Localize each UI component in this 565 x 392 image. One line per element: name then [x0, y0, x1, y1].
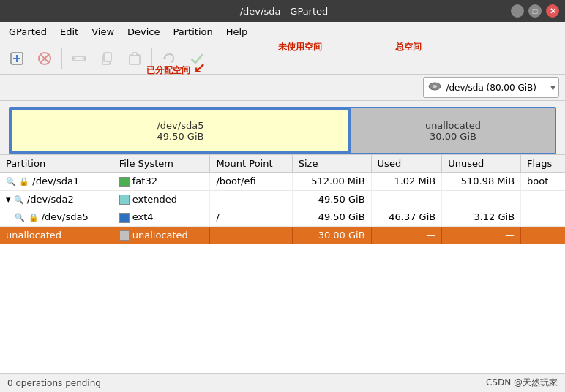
cell-partition: 🔍 🔒 /dev/sda5	[0, 208, 113, 227]
lock-icon: 🔒	[19, 177, 29, 186]
cell-filesystem: fat32	[113, 173, 210, 191]
cell-size: 512.00 MiB	[292, 173, 371, 191]
search-icon: 🔍	[14, 195, 24, 205]
fs-color-box	[119, 213, 130, 223]
new-partition-button[interactable]	[4, 46, 29, 71]
menu-view[interactable]: View	[86, 25, 120, 39]
resize-button[interactable]	[67, 46, 91, 71]
menu-help[interactable]: Help	[220, 25, 254, 39]
partition-name: unallocated	[6, 230, 61, 241]
toolbar	[0, 42, 565, 75]
title-bar: /dev/sda - GParted — □ ✕	[0, 0, 565, 22]
cell-size: 30.00 GiB	[292, 226, 371, 244]
cell-mountpoint: /	[210, 208, 292, 227]
cell-mountpoint	[210, 190, 292, 208]
fs-label: extended	[132, 194, 177, 205]
fs-label: unallocated	[132, 230, 188, 241]
menu-bar: GParted Edit View Device Partition Help	[0, 22, 565, 42]
col-mountpoint: Mount Point	[210, 155, 292, 173]
unallocated-size: 30.00 GiB	[430, 131, 476, 142]
table-row[interactable]: 🔍 🔒 /dev/sda5 ext4/49.50 GiB46.37 GiB3.1…	[0, 208, 565, 227]
credit-label: CSDN @天然玩家	[486, 377, 558, 389]
allocated-size: 49.50 GiB	[157, 131, 203, 142]
lock-icon: 🔒	[29, 213, 39, 222]
window-controls: — □ ✕	[511, 4, 559, 18]
allocated-partition-visual: /dev/sda5 49.50 GiB	[10, 108, 351, 153]
svg-rect-13	[130, 55, 140, 64]
window-title: /dev/sda - GParted	[57, 6, 511, 17]
paste-button[interactable]	[122, 46, 147, 71]
partition-name: /dev/sda1	[32, 176, 79, 186]
cell-unused: —	[442, 190, 521, 208]
disk-selector-bar: /dev/sda (80.00 GiB)	[0, 75, 565, 101]
fs-color-box	[119, 230, 130, 241]
table-row[interactable]: unallocated unallocated30.00 GiB——	[0, 226, 565, 244]
status-bar: 0 operations pending CSDN @天然玩家	[0, 373, 565, 392]
close-button[interactable]: ✕	[546, 4, 559, 18]
cell-unused: 3.12 GiB	[442, 208, 521, 227]
cell-flags	[521, 208, 565, 227]
copy-button[interactable]	[94, 46, 119, 71]
partition-name: /dev/sda5	[42, 211, 89, 222]
cell-used: 1.02 MiB	[371, 173, 442, 191]
cell-size: 49.50 GiB	[292, 208, 371, 227]
menu-device[interactable]: Device	[121, 25, 165, 39]
col-filesystem: File System	[113, 155, 210, 173]
cell-filesystem: ext4	[113, 208, 210, 227]
cell-flags	[521, 190, 565, 208]
cell-unused: —	[442, 226, 521, 244]
table-row[interactable]: 🔍 🔒 /dev/sda1 fat32/boot/efi512.00 MiB1.…	[0, 173, 565, 191]
unallocated-name: unallocated	[425, 120, 481, 131]
partition-name: /dev/sda2	[27, 194, 74, 205]
unallocated-partition-visual: unallocated 30.00 GiB	[351, 108, 555, 153]
minimize-button[interactable]: —	[511, 4, 524, 18]
svg-marker-10	[85, 57, 86, 60]
partition-table-container: Partition File System Mount Point Size U…	[0, 154, 565, 373]
svg-point-17	[433, 85, 437, 88]
cell-mountpoint: /boot/efi	[210, 173, 292, 191]
delete-partition-button[interactable]	[32, 46, 57, 71]
cell-mountpoint	[210, 226, 292, 244]
cell-unused: 510.98 MiB	[442, 173, 521, 191]
menu-partition[interactable]: Partition	[168, 25, 219, 39]
col-flags: Flags	[521, 155, 565, 173]
col-partition: Partition	[0, 155, 113, 173]
fs-color-box	[119, 177, 130, 187]
cell-partition: unallocated	[0, 226, 113, 244]
cell-partition: 🔍 🔒 /dev/sda1	[0, 173, 113, 191]
menu-gparted[interactable]: GParted	[3, 25, 53, 39]
cell-filesystem: unallocated	[113, 226, 210, 244]
cell-used: 46.37 GiB	[371, 208, 442, 227]
cell-filesystem: extended	[113, 190, 210, 208]
col-size: Size	[292, 155, 371, 173]
search-icon: 🔍	[15, 213, 25, 222]
table-header-row: Partition File System Mount Point Size U…	[0, 155, 565, 173]
cell-partition: ▾ 🔍 /dev/sda2	[0, 190, 113, 208]
svg-rect-14	[132, 53, 137, 56]
disk-selector-label: /dev/sda (80.00 GiB)	[446, 83, 536, 93]
cell-used: —	[371, 226, 442, 244]
cell-size: 49.50 GiB	[292, 190, 371, 208]
operations-status: 0 operations pending	[7, 378, 101, 388]
maximize-button[interactable]: □	[528, 4, 542, 18]
col-unused: Unused	[442, 155, 521, 173]
partition-visual: /dev/sda5 49.50 GiB unallocated 30.00 Gi…	[9, 107, 556, 154]
col-used: Used	[371, 155, 442, 173]
cell-flags	[521, 226, 565, 244]
allocated-name: /dev/sda5	[157, 120, 203, 131]
svg-rect-12	[104, 53, 111, 61]
svg-marker-8	[72, 57, 73, 60]
table-row[interactable]: ▾ 🔍 /dev/sda2 extended49.50 GiB——	[0, 190, 565, 208]
apply-button[interactable]	[184, 46, 209, 71]
fs-color-box	[119, 195, 130, 205]
partition-table: Partition File System Mount Point Size U…	[0, 155, 565, 244]
menu-edit[interactable]: Edit	[54, 25, 84, 39]
search-icon: 🔍	[6, 177, 16, 186]
disk-selector-button[interactable]: /dev/sda (80.00 GiB)	[423, 77, 559, 98]
undo-button[interactable]	[157, 46, 182, 71]
cell-used: —	[371, 190, 442, 208]
cell-flags: boot	[521, 173, 565, 191]
fs-label: fat32	[132, 176, 157, 186]
disk-icon	[428, 80, 441, 95]
fs-label: ext4	[132, 211, 154, 222]
